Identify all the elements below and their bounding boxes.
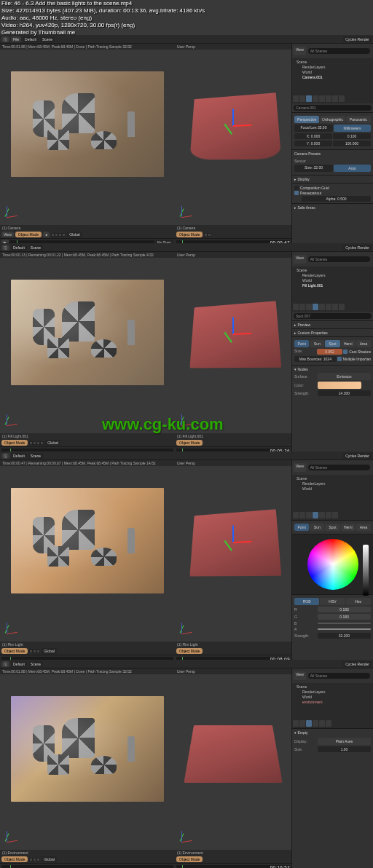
audio-line: Audio: aac, 48000 Hz, stereo (eng) bbox=[1, 15, 205, 22]
safe-areas[interactable]: ▸ Safe Areas bbox=[292, 203, 373, 211]
3d-view[interactable] bbox=[175, 50, 291, 225]
display-section[interactable]: ▸ Display bbox=[292, 175, 373, 183]
render-view[interactable] bbox=[0, 466, 175, 642]
layout-preset[interactable]: Default bbox=[23, 36, 39, 42]
view-label: (1) Camera bbox=[0, 225, 175, 231]
search-field[interactable]: All Scenes bbox=[308, 48, 370, 54]
lamp-name[interactable]: Spot.007 bbox=[294, 313, 372, 319]
sensor-size[interactable]: Size: 32.00 bbox=[294, 165, 333, 172]
sensor-label: Sensor bbox=[294, 159, 371, 163]
property-tabs[interactable] bbox=[292, 95, 373, 103]
alpha-val[interactable]: Alpha: 0.500 bbox=[302, 196, 371, 202]
mode-selector[interactable]: Object Mode bbox=[1, 440, 28, 446]
empty-panel-header[interactable]: ▾ Empty bbox=[294, 730, 371, 735]
persp-label: User Persp bbox=[175, 44, 291, 50]
lens-pano[interactable]: Panoramic bbox=[346, 116, 371, 123]
rgb-mode[interactable]: RGB bbox=[294, 598, 319, 605]
lens-ortho[interactable]: Orthographic bbox=[320, 116, 345, 123]
scene-selector[interactable]: Scene bbox=[28, 245, 43, 250]
3d-view[interactable] bbox=[175, 258, 291, 433]
render-view[interactable] bbox=[0, 258, 175, 433]
file-info-overlay: File: 46 - 6.3 Add the basic lights to t… bbox=[1, 0, 205, 36]
view-menu[interactable]: View bbox=[1, 232, 14, 237]
color-wheel[interactable] bbox=[307, 539, 358, 590]
render-viewport: Time:00:01.88 | Mem:68.45M, Peak:68.45M … bbox=[0, 44, 175, 245]
properties-panel: View All Scenes Scene RenderLayers World… bbox=[291, 44, 373, 245]
outliner[interactable]: Scene RenderLayers World bbox=[292, 475, 373, 511]
max-bounces[interactable]: Max Bounces: 1024 bbox=[294, 356, 337, 362]
video-line: Video: h264, yuv420p, 1280x720, 30.00 fp… bbox=[1, 22, 205, 29]
viewport-toolbar: View Object Mode ● Global bbox=[0, 231, 175, 238]
watermark: www.cg-ku.com bbox=[102, 415, 224, 434]
shift-x[interactable]: X: 0.000 bbox=[294, 133, 332, 139]
focal-length[interactable]: Focal Len 35.00 bbox=[294, 125, 333, 132]
strength-value[interactable]: 32.200 bbox=[318, 633, 371, 639]
r-value[interactable]: 0.183 bbox=[318, 607, 371, 612]
view-menu[interactable]: View bbox=[294, 47, 306, 55]
clip-end[interactable]: 100.000 bbox=[333, 141, 371, 146]
empty-size[interactable]: 1.00 bbox=[318, 746, 371, 752]
render-view[interactable] bbox=[0, 50, 175, 225]
generated-line: Generated by Thumbnail me bbox=[1, 29, 205, 36]
render-status: Time:00:00.13 | Remaining:00:01.22 | Mem… bbox=[0, 252, 175, 258]
size-line: Size: 427014913 bytes (407.23 MiB), dura… bbox=[1, 7, 205, 15]
3d-view[interactable] bbox=[175, 466, 291, 642]
orientation[interactable]: Global bbox=[45, 440, 60, 446]
lens-perspective[interactable]: Perspective bbox=[294, 116, 319, 123]
hex-mode[interactable]: Hex bbox=[346, 598, 371, 605]
mode-selector[interactable]: Object Mode bbox=[176, 440, 203, 446]
sensor-fit[interactable]: Auto bbox=[334, 165, 371, 172]
view-label-r: (1) Camera bbox=[175, 225, 291, 231]
g-value[interactable]: 0.183 bbox=[318, 614, 371, 620]
shift-y[interactable]: Y: 0.000 bbox=[294, 141, 332, 146]
comp-guides[interactable]: Composition Guid bbox=[300, 186, 329, 190]
outliner-item[interactable]: World bbox=[294, 70, 372, 75]
orientation[interactable]: Global bbox=[67, 232, 82, 237]
value-slider[interactable] bbox=[363, 545, 369, 596]
surface-shader[interactable]: Emission bbox=[318, 373, 371, 380]
clip-start[interactable]: 0.100 bbox=[333, 133, 371, 139]
axis-gizmo-icon bbox=[179, 206, 192, 219]
render-status: Time:00:01.88 | Mem:68.45M, Peak:68.45M … bbox=[0, 668, 175, 674]
camera-presets-header[interactable]: Camera Presets bbox=[294, 151, 371, 156]
info-icon[interactable]: ⓘ bbox=[1, 36, 9, 42]
datablock-name[interactable]: Camera.001 bbox=[294, 105, 372, 111]
main-menu-bar: ⓘ Default Scene Cycles Render bbox=[0, 243, 373, 252]
light-point[interactable]: Point bbox=[294, 340, 309, 347]
b-value[interactable] bbox=[318, 623, 371, 624]
a-value[interactable] bbox=[318, 628, 371, 630]
light-area[interactable]: Area bbox=[356, 340, 371, 347]
3d-view[interactable] bbox=[175, 674, 291, 850]
strength-value[interactable]: 14.300 bbox=[318, 390, 371, 396]
focal-units[interactable]: Millimeters bbox=[334, 125, 371, 132]
light-spot[interactable]: Spot bbox=[325, 340, 339, 347]
outliner[interactable]: Scene RenderLayers World Camera.001 bbox=[292, 58, 373, 95]
render-status: Time:00:01.88 | Mem:68.45M, Peak:68.45M … bbox=[0, 44, 175, 50]
light-sun[interactable]: Sun bbox=[310, 340, 324, 347]
file-menu[interactable]: File bbox=[11, 36, 21, 42]
outliner-scene[interactable]: Scene bbox=[294, 60, 372, 65]
scene-selector[interactable]: Scene bbox=[40, 36, 55, 42]
persp-label: User Persp bbox=[175, 252, 291, 258]
layout-preset[interactable]: Default bbox=[11, 245, 27, 250]
render-engine[interactable]: Cycles Render bbox=[343, 36, 372, 42]
hsv-mode[interactable]: HSV bbox=[320, 598, 345, 605]
outliner[interactable]: Scene RenderLayers World environment bbox=[292, 683, 373, 719]
outliner[interactable]: Scene RenderLayers World Fill Light.001 bbox=[292, 267, 373, 303]
passepartout[interactable]: Passepartout bbox=[300, 191, 321, 195]
light-hemi[interactable]: Hemi bbox=[341, 340, 356, 347]
mode-selector[interactable]: Object Mode bbox=[15, 232, 42, 237]
shading-icon[interactable]: ● bbox=[43, 232, 50, 237]
mode-selector[interactable]: Object Mode bbox=[176, 232, 203, 237]
empty-display-type[interactable]: Plain Axes bbox=[318, 738, 371, 745]
layer-buttons[interactable] bbox=[51, 233, 66, 237]
render-view[interactable] bbox=[0, 674, 175, 850]
info-icon[interactable]: ⓘ bbox=[1, 245, 9, 250]
outliner-item[interactable]: Camera.001 bbox=[294, 75, 372, 80]
layer-buttons[interactable] bbox=[204, 233, 211, 237]
light-size[interactable]: 0.052 bbox=[317, 349, 342, 355]
outliner-item[interactable]: RenderLayers bbox=[294, 65, 372, 70]
color-swatch[interactable] bbox=[318, 382, 361, 389]
render-engine[interactable]: Cycles Render bbox=[343, 245, 372, 250]
view-label: (1) Fill Light.001 bbox=[0, 433, 175, 439]
